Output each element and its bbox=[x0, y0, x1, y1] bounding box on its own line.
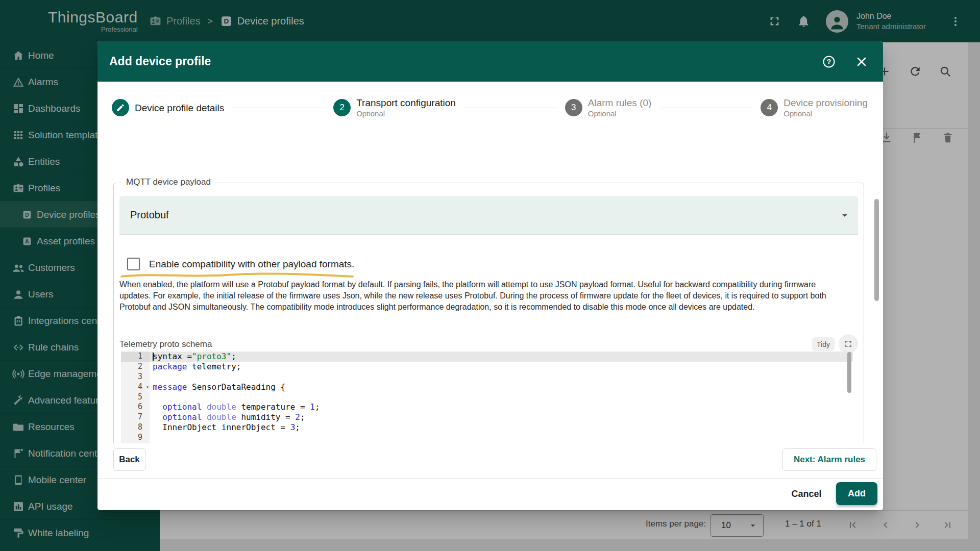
telemetry-tidy-button[interactable]: Tidy bbox=[812, 337, 835, 351]
line-number: 8 bbox=[121, 422, 150, 433]
step-number: 2 bbox=[333, 99, 351, 116]
code-line-5: 5 bbox=[121, 392, 853, 403]
add-device-profile-dialog: Add device profile ? Device profile deta… bbox=[97, 41, 883, 510]
code-line-content bbox=[150, 372, 853, 382]
dialog-header: Add device profile ? bbox=[97, 41, 883, 82]
payload-type-select[interactable]: Protobuf bbox=[119, 196, 858, 235]
code-line-content: message SensorDataReading { bbox=[150, 382, 853, 392]
step-2[interactable]: 2Transport configurationOptional bbox=[333, 97, 456, 118]
code-line-4: 4▾message SensorDataReading { bbox=[121, 382, 853, 392]
stepper-connector bbox=[232, 108, 326, 108]
stepper-connector bbox=[463, 108, 557, 108]
svg-text:?: ? bbox=[827, 58, 831, 66]
add-button[interactable]: Add bbox=[836, 482, 877, 505]
stepper-connector bbox=[659, 108, 753, 108]
mqtt-payload-fieldset: MQTT device payload Protobuf Enable comp… bbox=[113, 183, 864, 443]
stepper: Device profile details2Transport configu… bbox=[112, 90, 868, 126]
code-line-content bbox=[150, 392, 853, 403]
compatibility-description: When enabled, the platform will use a Pr… bbox=[119, 279, 840, 313]
code-line-1: 1syntax ="proto3"; bbox=[121, 352, 853, 362]
back-button[interactable]: Back bbox=[113, 448, 145, 471]
step-label: Device profile details bbox=[135, 102, 224, 114]
dialog-body: Device profile details2Transport configu… bbox=[97, 82, 883, 443]
line-number: 5 bbox=[121, 392, 150, 403]
line-number: 1 bbox=[121, 352, 150, 362]
code-line-3: 3 bbox=[121, 372, 853, 382]
dialog-title: Add device profile bbox=[109, 55, 822, 68]
telemetry-schema-label: Telemetry proto schema bbox=[119, 339, 212, 349]
step-edit-pencil-icon bbox=[112, 99, 129, 116]
editor-scrollbar[interactable] bbox=[847, 352, 851, 393]
caret-down-icon bbox=[839, 209, 851, 221]
yellow-squiggle-annotation bbox=[120, 272, 355, 279]
step-optional-label: Optional bbox=[356, 109, 456, 118]
step-4[interactable]: 4Device provisioningOptional bbox=[761, 97, 868, 118]
line-number: 2 bbox=[121, 362, 150, 372]
step-label: Transport configuration bbox=[356, 97, 456, 109]
step-number: 3 bbox=[565, 99, 582, 116]
step-1[interactable]: Device profile details bbox=[112, 99, 224, 116]
code-line-content: package telemetry; bbox=[150, 362, 853, 372]
step-label: Device provisioning bbox=[783, 97, 868, 109]
next-alarm-rules-button[interactable]: Next: Alarm rules bbox=[782, 448, 876, 471]
code-line-content: optional double temperature = 1; bbox=[150, 402, 853, 412]
close-icon[interactable] bbox=[854, 55, 869, 69]
fold-arrow-icon[interactable]: ▾ bbox=[146, 382, 149, 392]
code-line-content: message InnerObject { bbox=[150, 443, 853, 443]
step-optional-label: Optional bbox=[783, 109, 868, 118]
step-label: Alarm rules (0) bbox=[588, 97, 652, 109]
step-3[interactable]: 3Alarm rules (0)Optional bbox=[565, 97, 652, 118]
code-line-content: syntax ="proto3"; bbox=[150, 352, 853, 362]
code-line-8: 8 InnerObject innerObject = 3; bbox=[121, 422, 853, 433]
help-icon[interactable]: ? bbox=[822, 55, 836, 69]
line-number: 6 bbox=[121, 402, 150, 412]
step-number: 4 bbox=[761, 99, 778, 116]
code-line-7: 7 optional double humidity = 2; bbox=[121, 412, 853, 422]
line-number: 4▾ bbox=[121, 382, 150, 392]
code-line-content: InnerObject innerObject = 3; bbox=[150, 422, 853, 433]
dialog-scrollbar[interactable] bbox=[874, 199, 879, 301]
code-line-content: optional double humidity = 2; bbox=[150, 412, 853, 422]
compatibility-checkbox-label: Enable compatibility with other payload … bbox=[149, 259, 354, 270]
fold-arrow-icon[interactable]: ▾ bbox=[146, 443, 149, 443]
code-line-2: 2package telemetry; bbox=[121, 362, 853, 372]
code-line-9: 9 bbox=[121, 433, 853, 443]
line-number: 10▾ bbox=[121, 443, 150, 443]
telemetry-fullscreen-button[interactable] bbox=[839, 334, 858, 354]
cancel-button[interactable]: Cancel bbox=[786, 483, 827, 505]
line-number: 3 bbox=[121, 372, 150, 382]
screen: ThingsBoard Professional Profiles > D De… bbox=[0, 0, 980, 551]
compatibility-checkbox[interactable] bbox=[127, 258, 140, 270]
expand-icon bbox=[843, 339, 853, 349]
footer-divider bbox=[97, 478, 883, 479]
line-number: 7 bbox=[121, 412, 150, 422]
step-optional-label: Optional bbox=[588, 109, 652, 118]
compatibility-checkbox-row[interactable]: Enable compatibility with other payload … bbox=[127, 258, 354, 270]
line-number: 9 bbox=[121, 433, 150, 443]
mqtt-payload-legend: MQTT device payload bbox=[122, 177, 214, 187]
code-line-content bbox=[150, 433, 853, 443]
code-line-6: 6 optional double temperature = 1; bbox=[121, 402, 853, 412]
payload-type-value: Protobuf bbox=[130, 209, 169, 221]
code-line-10: 10▾ message InnerObject { bbox=[121, 443, 853, 443]
telemetry-proto-schema-editor[interactable]: 1syntax ="proto3";2package telemetry;34▾… bbox=[121, 352, 853, 443]
